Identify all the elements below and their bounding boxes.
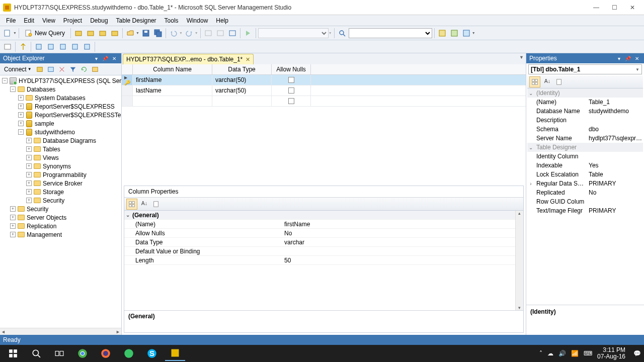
oe-tb-5[interactable] xyxy=(90,64,100,74)
cell-allownull-0[interactable] xyxy=(272,75,311,85)
props-row-schema[interactable]: Schemadbo xyxy=(527,125,643,134)
oe-dropdown-icon[interactable]: ▾ xyxy=(92,54,100,62)
props-row-description[interactable]: Description xyxy=(527,116,643,125)
cell-allownull-new[interactable] xyxy=(272,96,311,106)
menu-view[interactable]: View xyxy=(38,16,59,25)
taskbar-firefox[interactable] xyxy=(96,346,116,361)
tree-node-sample[interactable]: +sample xyxy=(0,119,121,128)
props-alpha-button[interactable]: A↓ xyxy=(541,76,552,87)
tb2-2[interactable] xyxy=(18,41,29,52)
menu-project[interactable]: Project xyxy=(59,16,86,25)
tree-node-synonyms[interactable]: +Synonyms xyxy=(0,162,121,170)
tab-close-icon[interactable]: ✕ xyxy=(246,56,250,63)
col-header-allownulls[interactable]: Allow Nulls xyxy=(272,64,311,74)
close-button[interactable]: ✕ xyxy=(624,2,641,13)
props-row-lockesc[interactable]: Lock EscalationTable xyxy=(527,170,643,179)
col-header-datatype[interactable]: Data Type xyxy=(212,64,272,74)
tb-btn-3[interactable] xyxy=(97,28,108,39)
tb-nav-3[interactable] xyxy=(227,28,238,39)
tree-node-security[interactable]: +Security xyxy=(0,205,121,213)
oe-tb-refresh[interactable] xyxy=(79,64,89,74)
tree-node-management[interactable]: +Management xyxy=(0,230,121,239)
props-cat-identity[interactable]: ⌄(Identity) xyxy=(527,88,643,98)
props-row-identitycol[interactable]: Identity Column xyxy=(527,152,643,161)
tray-onedrive-icon[interactable]: ☁ xyxy=(547,350,553,357)
tree-node-reportserver[interactable]: +ReportServer$SQLEXPRESS xyxy=(0,102,121,111)
props-row-servername[interactable]: Server Namehydlpt377\sqlexpress xyxy=(527,134,643,143)
menu-edit[interactable]: Edit xyxy=(20,16,38,25)
props-row-textimage[interactable]: Text/Image FilegrPRIMARY xyxy=(527,206,643,215)
tb-btn-1[interactable] xyxy=(73,28,84,39)
props-pages-button[interactable] xyxy=(553,76,565,87)
oe-tb-2[interactable] xyxy=(46,64,56,74)
tree-node-replication[interactable]: +Replication xyxy=(0,222,121,230)
menu-table-designer[interactable]: Table Designer xyxy=(112,16,160,25)
row-selector-1[interactable] xyxy=(122,85,133,96)
save-button[interactable] xyxy=(140,28,151,39)
tray-keyboard-icon[interactable]: ⌨ xyxy=(584,350,592,357)
tray-network-icon[interactable]: 📶 xyxy=(571,350,579,357)
props-categorized-button[interactable] xyxy=(529,76,540,87)
menu-file[interactable]: File xyxy=(2,16,20,25)
props-row-name[interactable]: (Name)Table_1 xyxy=(527,98,643,107)
tb2-3[interactable] xyxy=(33,41,44,52)
minimize-button[interactable]: — xyxy=(588,2,605,13)
tabstrip-dropdown-icon[interactable]: ▼ xyxy=(519,55,524,60)
props-row-indexable[interactable]: IndexableYes xyxy=(527,161,643,170)
colprops-scrollbar[interactable]: ▴▾ xyxy=(515,211,523,310)
colprops-pages-button[interactable] xyxy=(150,199,162,210)
save-all-button[interactable] xyxy=(152,28,164,39)
execute-button[interactable] xyxy=(243,28,254,39)
oe-close-icon[interactable]: ✕ xyxy=(110,54,118,62)
props-row-replicated[interactable]: ReplicatedNo xyxy=(527,188,643,197)
col-header-name[interactable]: Column Name xyxy=(133,64,212,74)
tb-btn-a[interactable] xyxy=(437,28,448,39)
oe-tb-filter[interactable] xyxy=(68,64,78,74)
tree-node-dbdiagrams[interactable]: +Database Diagrams xyxy=(0,136,121,145)
tray-notifications-icon[interactable]: 💬 xyxy=(633,350,641,357)
tree-node-tables[interactable]: +Tables xyxy=(0,145,121,153)
checkbox-icon[interactable] xyxy=(288,77,294,83)
column-properties-grid[interactable]: ⌄(General) (Name)firstName Allow NullsNo… xyxy=(124,211,515,310)
document-tab[interactable]: HYDLPT377\SQLEXP...emo - dbo.Table_1* ✕ xyxy=(123,54,254,64)
find-combo[interactable] xyxy=(349,28,432,38)
menu-window[interactable]: Window xyxy=(183,16,212,25)
tb-btn-b[interactable] xyxy=(449,28,460,39)
props-close-icon[interactable]: ✕ xyxy=(633,54,641,62)
colprops-alpha-button[interactable]: A↓ xyxy=(138,199,149,210)
cell-datatype-0[interactable]: varchar(50) xyxy=(212,75,272,85)
cell-colname-1[interactable]: lastName xyxy=(133,85,212,96)
colprops-row-name[interactable]: (Name)firstName xyxy=(124,220,515,229)
oe-horizontal-scrollbar[interactable]: ◄► xyxy=(0,328,121,335)
cell-datatype-new[interactable] xyxy=(212,96,272,106)
oe-tb-1[interactable] xyxy=(35,64,45,74)
colprops-row-default[interactable]: Default Value or Binding xyxy=(124,247,515,256)
tb2-1[interactable] xyxy=(2,41,13,52)
colprops-row-datatype[interactable]: Data Typevarchar xyxy=(124,238,515,247)
row-selector-0[interactable]: 🔑 xyxy=(122,75,133,85)
menu-debug[interactable]: Debug xyxy=(86,16,112,25)
tree-server-node[interactable]: −HYDLPT377\SQLEXPRESS (SQL Server 1 xyxy=(0,76,121,85)
checkbox-icon[interactable] xyxy=(288,87,294,94)
tree-node-storage[interactable]: +Storage xyxy=(0,188,121,196)
props-row-rowguid[interactable]: Row GUID Colum xyxy=(527,197,643,206)
connect-button[interactable]: Connect ▼ xyxy=(2,64,34,74)
menu-help[interactable]: Help xyxy=(212,16,232,25)
taskbar-clock[interactable]: 3:11 PM 07-Aug-16 xyxy=(597,347,625,360)
colprops-categorized-button[interactable] xyxy=(126,199,137,210)
tb2-7[interactable] xyxy=(82,41,93,52)
properties-object-selector[interactable]: [Tbl] dbo.Table_1▼ xyxy=(528,64,642,74)
cell-colname-0[interactable]: firstName xyxy=(133,75,212,85)
grid-row-0[interactable]: 🔑 firstName varchar(50) xyxy=(122,75,526,85)
props-row-dbname[interactable]: Database Namestudywithdemo xyxy=(527,107,643,116)
cell-datatype-1[interactable]: varchar(50) xyxy=(212,85,272,96)
open-button[interactable] xyxy=(125,28,136,39)
oe-pin-icon[interactable]: 📌 xyxy=(101,54,109,62)
tree-node-servicebroker[interactable]: +Service Broker xyxy=(0,179,121,188)
new-project-button[interactable] xyxy=(2,28,13,39)
maximize-button[interactable]: ☐ xyxy=(606,2,623,13)
tb-nav-2[interactable] xyxy=(215,28,226,39)
props-pin-icon[interactable]: 📌 xyxy=(624,54,632,62)
table-designer-grid[interactable]: Column Name Data Type Allow Nulls 🔑 firs… xyxy=(122,64,526,186)
taskbar-app-green[interactable] xyxy=(119,346,139,361)
